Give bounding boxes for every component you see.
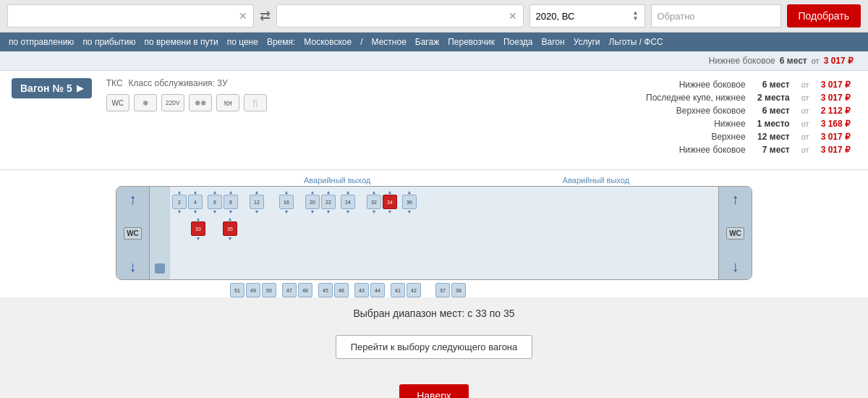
date-value: 2020, ВС (536, 11, 630, 22)
seat-47[interactable]: 47 (282, 283, 297, 297)
seat-37[interactable]: 37 (435, 283, 450, 297)
next-wagon-button[interactable]: Перейти к выбору следующего вагона (336, 335, 533, 359)
train-diagram-section: Аварийный выход Аварийный выход ↑ WC ↓ ▲… (0, 170, 868, 297)
seat-22[interactable]: 22 (321, 195, 336, 209)
return-placeholder: Обратно (658, 11, 695, 22)
seat-44[interactable]: 44 (370, 283, 385, 297)
baggage-filter[interactable]: Багаж (415, 37, 439, 47)
seat-unit-45: 45 (318, 283, 333, 297)
selection-info: Выбран диапазон мест: с 33 по 35 (0, 297, 868, 329)
train-filter[interactable]: Поезда (503, 37, 533, 47)
time-moscow[interactable]: Московское (304, 37, 352, 47)
top-button[interactable]: Наверх (399, 384, 469, 398)
time-sep: / (360, 37, 362, 47)
cool-icon: ❄❄ (189, 94, 212, 111)
seat-16[interactable]: 16 (279, 195, 294, 209)
from-input[interactable] (14, 11, 236, 22)
seat-51[interactable]: 51 (230, 283, 244, 297)
seat-45[interactable]: 45 (318, 283, 333, 297)
seat-4[interactable]: 4 (188, 195, 203, 209)
to-clear-icon[interactable]: ✕ (509, 10, 517, 22)
seat-42[interactable]: 42 (407, 283, 421, 297)
wagon-header: Вагон № 5 ▶ ТКС Класс обслуживания: 3У W… (12, 78, 856, 156)
time-local[interactable]: Местное (372, 37, 407, 47)
seat-50[interactable]: 50 (262, 283, 276, 297)
filter-bar: по отправлению по прибытию по времени в … (0, 33, 868, 51)
seat-price-1: 3 017 ₽ (824, 56, 854, 66)
left-baggage-area (150, 187, 170, 279)
seat-36[interactable]: 36 (402, 195, 417, 209)
emergency-exit-2: Аварийный выход (563, 176, 629, 185)
seat-2[interactable]: 2 (172, 195, 187, 209)
right-down-arrow-icon: ↓ (732, 258, 739, 275)
seat-unit-34: ▲ 34 ▼ (383, 190, 397, 214)
sort-price[interactable]: по цене (227, 37, 258, 47)
seat-type-1: Нижнее боковое (709, 56, 775, 66)
swap-icon[interactable]: ⇄ (260, 8, 271, 24)
seat-unit-35: ▲ 35 ▼ (223, 216, 237, 241)
seat-38[interactable]: 38 (451, 283, 466, 297)
seat-unit-6: ▲ 6 ▼ (208, 190, 222, 214)
train-car: ↑ WC ↓ ▲ 2 ▼ ▲ 4 ▼ (116, 186, 752, 280)
seat-count-1: 6 мест (780, 56, 807, 66)
seat-type-row-3: Верхнее боковое 6 мест от 2 112 ₽ (640, 104, 856, 117)
wagon-badge-button[interactable]: Вагон № 5 ▶ (12, 78, 92, 98)
seat-type-row-4: Нижнее 1 место от 3 168 ₽ (640, 117, 856, 130)
seat-unit-41: 41 (391, 283, 405, 297)
seat-type-row-6: Нижнее боковое 7 мест от 3 017 ₽ (640, 143, 856, 156)
seat-24[interactable]: 24 (341, 195, 355, 209)
seat-12[interactable]: 12 (250, 195, 264, 209)
from-clear-icon[interactable]: ✕ (239, 10, 247, 22)
seat-unit-33: ▲ 33 ▼ (191, 216, 205, 241)
seat-41[interactable]: 41 (391, 283, 405, 297)
date-arrows[interactable]: ▲ ▼ (633, 10, 639, 22)
seat-unit-20: ▲ 20 ▼ (305, 190, 320, 214)
time-label: Время: (267, 37, 295, 47)
date-down-arrow[interactable]: ▼ (633, 16, 639, 22)
wagon-filter[interactable]: Вагон (542, 37, 565, 47)
left-wc-label: WC (124, 227, 142, 240)
seat-48[interactable]: 48 (298, 283, 312, 297)
left-down-arrow-icon: ↓ (129, 258, 137, 275)
to-field[interactable]: ✕ (276, 4, 523, 27)
seat-unit-48: 48 (298, 283, 312, 297)
seat-46[interactable]: 46 (334, 283, 349, 297)
wagon-section: Вагон № 5 ▶ ТКС Класс обслуживания: 3У W… (0, 71, 868, 170)
benefits-filter[interactable]: Льготы / ФСС (609, 37, 663, 47)
wagon-label: Вагон № 5 (20, 82, 72, 94)
sort-arrival[interactable]: по прибытию (82, 37, 135, 47)
seat-info-bar: Нижнее боковое 6 мест от 3 017 ₽ (0, 51, 868, 71)
seat-33[interactable]: 33 (191, 221, 205, 236)
seat-8[interactable]: 8 (224, 195, 238, 209)
seat-34[interactable]: 34 (383, 195, 397, 209)
seat-32[interactable]: 32 (367, 195, 381, 209)
search-button[interactable]: Подобрать (787, 4, 861, 27)
seat-unit-51: 51 (230, 283, 244, 297)
seat-43[interactable]: 43 (354, 283, 369, 297)
seat-20[interactable]: 20 (305, 195, 320, 209)
from-field[interactable]: ✕ (7, 4, 254, 27)
seat-49[interactable]: 49 (246, 283, 260, 297)
wagon-info: ТКС Класс обслуживания: 3У WC ❄ 220V ❄❄ … (106, 78, 267, 111)
seat-unit-38: 38 (451, 283, 466, 297)
wagon-service-class: Класс обслуживания: 3У (129, 78, 228, 88)
seat-unit-12: ▲ 12 ▼ (250, 190, 264, 214)
carrier-filter[interactable]: Перевозчик (448, 37, 495, 47)
sort-travel[interactable]: по времени в пути (144, 37, 218, 47)
info-item-1: Нижнее боковое 6 мест от 3 017 ₽ (709, 56, 854, 66)
services-filter[interactable]: Услуги (574, 37, 600, 47)
return-field[interactable]: Обратно (651, 4, 781, 27)
seat-unit-44: 44 (370, 283, 385, 297)
emergency-exit-1: Аварийный выход (304, 176, 370, 185)
selection-text: Выбран диапазон мест: с 33 по 35 (353, 308, 514, 319)
date-field[interactable]: 2020, ВС ▲ ▼ (529, 4, 645, 27)
left-up-arrow-icon: ↑ (129, 191, 137, 208)
seat-6[interactable]: 6 (208, 195, 222, 209)
right-wc-label: WC (726, 227, 744, 240)
seat-type-row-5: Верхнее 12 мест от 3 017 ₽ (640, 130, 856, 143)
wagon-tks: ТКС (106, 78, 123, 88)
action-buttons: Перейти к выбору следующего вагона Навер… (0, 335, 868, 398)
seat-35[interactable]: 35 (223, 221, 237, 236)
to-input[interactable] (283, 11, 505, 22)
sort-departure[interactable]: по отправлению (9, 37, 74, 47)
